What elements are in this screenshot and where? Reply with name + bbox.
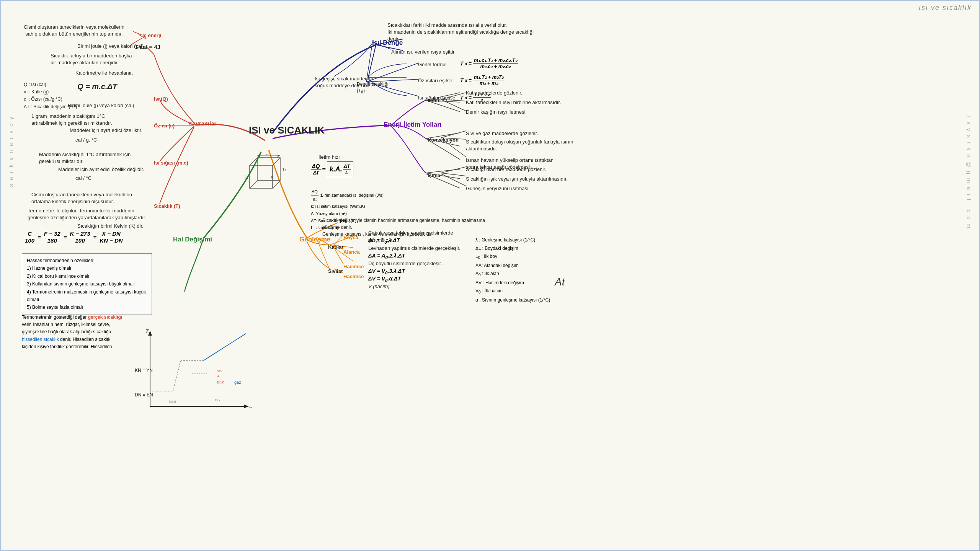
sicaklik-label: Sıcaklık (T) (154, 203, 180, 210)
termometre-ozellik-box: Hassas termometrenin özellikleri; 1) Haz… (22, 253, 152, 315)
sivi-gaz-graph-label: sıvı+gaz (217, 368, 224, 385)
boyca-label: Boyca (343, 234, 358, 241)
sivilar-label: Sıvılar (328, 268, 343, 275)
svg-text:T₂: T₂ (282, 167, 286, 172)
ic-enerji-label: İç enerji (142, 32, 161, 39)
oz-isi-desc2: Maddeler için ayırt edici özelliktir. (70, 127, 142, 134)
isi-birim: Birimi joule (j) veya kalori (cal) (68, 102, 134, 109)
sicaklik-desc2: Termometre ile ölçülür. Termometreler ma… (28, 207, 146, 221)
iletim-hizi-formula: ΔQ Δt = k.A. ΔT L (311, 161, 353, 177)
graph-x-arrow: → (248, 404, 253, 411)
isi-label: Isı (Q) (154, 96, 168, 103)
isi-desc1: Sıcaklık farkıyla bir maddeden başkabir … (51, 52, 132, 66)
svg-text:A: A (271, 175, 274, 179)
genel-formul: Td = m₁.c₁.T₁ + m₂.c₂.T₂ m₁.c₁ + m₂.c₂ (460, 57, 518, 69)
denge-sicakligi-label: Denge sıcaklığı(Td) (357, 81, 389, 95)
isima-item3: Güneş'in yeryüzünü ısıtması (466, 185, 529, 192)
isima-item2: Sıcaklığın ışık veya ışın yoluyla aktarı… (466, 176, 568, 183)
konveksiyon-item1: Sıvı ve gaz maddelerde gözlenir. (466, 130, 538, 137)
svg-marker-19 (148, 331, 152, 336)
svg-line-24 (204, 334, 246, 360)
boyca-formul: ΔL = L0.λ.ΔT (368, 237, 400, 245)
svg-line-28 (250, 158, 257, 165)
isi-formula: Q = m.c.ΔT (77, 81, 117, 92)
kavramlar-label: Kavramlar (188, 119, 216, 127)
iletim-item2: Katı taneciklerin ısıyı birbirine aktarm… (466, 99, 561, 106)
hacimce-sivi-label: Hacimce (343, 273, 364, 280)
kn-yn-label: KN = YN (135, 367, 153, 374)
levha-desc: Levhadan yapılmış cisimlerde gerçekleşir… (368, 245, 461, 252)
svg-line-39 (133, 31, 142, 35)
svg-line-4 (368, 45, 376, 77)
genel-formul-label: Genel formül (418, 61, 446, 68)
v-hacim-label: V (hacim) (368, 283, 390, 290)
katilar-label: Katılar (328, 244, 343, 251)
svg-marker-33 (278, 155, 280, 157)
alanca-label: Alanca (343, 249, 360, 256)
isi-sigasi-desc1: Maddenin sıcaklığını 1°C artırabilmek iç… (39, 151, 131, 165)
oz-isi-label: Öz ısı (c) (154, 122, 175, 129)
watermark-top: ısı ve sıcaklık (919, 4, 972, 12)
svg-text:L: L (266, 154, 268, 156)
hacimce-sivi-formul: ΔV = V0.α.ΔT (368, 276, 401, 283)
sivi-graph-label: sıvı (215, 397, 222, 403)
watermark-right: r s y s r k n @ g m a i l . c o m (966, 116, 972, 230)
alinan-isi: Alınan ısı, verilen ısıya eşittir. (391, 49, 456, 55)
hal-degisimi-label: Hal Değişimi (173, 235, 212, 244)
kati-graph-label: katı (169, 399, 176, 404)
uc-boyut-desc: Üç boyutlu cisimlerde gerçekleşir. (368, 260, 442, 267)
alanca-formul: ΔA = A0.2.λ.ΔT (368, 253, 405, 260)
gaz-graph-label: gaz (234, 380, 241, 385)
watermark-left: s e r k a n e r s o y (8, 116, 14, 187)
svg-line-30 (273, 181, 280, 188)
termometre-gercek-desc: Termometrenin gösterdiği değer gerçek sı… (22, 314, 122, 350)
iletim-item3: Demir kaşığın ısıyı iletmesi (466, 109, 525, 116)
isima-label: Işıma (428, 172, 440, 179)
svg-line-54 (441, 174, 466, 186)
isil-denge-desc1: Sıcaklıkları farklı iki madde arasında ı… (387, 22, 541, 43)
svg-line-53 (441, 173, 466, 176)
svg-line-29 (273, 158, 280, 165)
iletim-label: İletim (428, 97, 441, 104)
center-title: ISI ve SICAKLIK (249, 123, 325, 137)
main-page: { "watermark": { "top": "ısı ve sıcaklık… (0, 0, 980, 551)
konveksiyon-label: Konveksiyon (428, 137, 459, 143)
svg-line-43 (366, 63, 419, 82)
iletim-item1: Katı maddelerde gözlenir. (466, 90, 522, 96)
oz-isi-desc1: 1 gram maddenin sıcaklığını 1°Cartırabil… (31, 113, 112, 127)
isi-sigasi-label: Isı sığası (m.c) (154, 160, 188, 166)
svg-marker-34 (257, 155, 260, 157)
konveksiyon-item2: Sıcaklıktan dolayı oluşan yoğunluk farkı… (466, 139, 573, 152)
oz-isi-esitse-label: Öz ısıları eşitse (418, 77, 452, 84)
cube-diagram: L T₁ T₂ A (242, 154, 292, 200)
sicaklik-birim: Sıcaklığın birimi Kelvin (K) dir. (77, 223, 144, 230)
svg-text:T₁: T₁ (244, 175, 248, 179)
ic-enerji-desc1: Cismi oluşturan taneciklerin veya molekü… (24, 24, 124, 37)
hacimce-kati-formul: ΔV = V0.3.λ.ΔT (368, 268, 405, 275)
svg-line-52 (441, 167, 466, 173)
isi-sigasi-birim: cal / °C (75, 175, 91, 182)
isi-sigasi-desc2: Maddeler için ayırt edici özellik değild… (58, 166, 144, 173)
sicaklik-desc1: Cismi oluşturan taneciklerin veya molekü… (31, 191, 132, 205)
isima-item1: Sıcaklığı olan her maddede gözlenir. (466, 166, 546, 173)
at-text: At (555, 276, 565, 288)
ic-enerji-1cal: 1 cal = 4J (135, 43, 160, 51)
oz-isi-birim: cal / g. °C (75, 137, 97, 143)
ic-enerji-birim: Birimi joule (j) veya kalori (cal) (77, 43, 144, 50)
kelvin-formula: C 100 = F − 32 180 = K − 273 100 = X − D… (24, 230, 124, 244)
genlesme-legend: λ : Genleşme katsayısı (1/°C) ΔL : Boyda… (475, 236, 550, 304)
enerji-iletim-label: Enerji İletim Yolları (384, 120, 441, 129)
svg-line-22 (173, 360, 181, 391)
iletim-hizi-label: İletim hızı (318, 154, 340, 161)
graph-t-axis: T (145, 328, 149, 335)
oz-isi-esitse-formul: Td = m₁.T₁ + m₂T₂ m₁ + m₂ (460, 74, 505, 86)
isi-desc2: Kalorimetre ile hesaplanır. (75, 70, 133, 77)
hacimce-kati-label: Hacimce (343, 263, 364, 270)
dn-en-label: DN = EN (135, 392, 153, 398)
svg-line-31 (250, 181, 257, 188)
